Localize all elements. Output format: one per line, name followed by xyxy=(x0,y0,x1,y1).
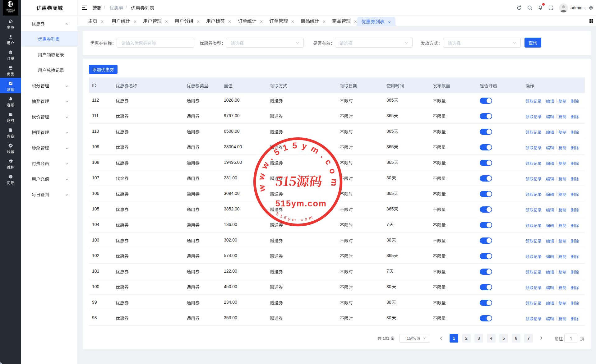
svg-text:?: ? xyxy=(10,175,12,178)
svg-text:A: A xyxy=(11,3,13,6)
